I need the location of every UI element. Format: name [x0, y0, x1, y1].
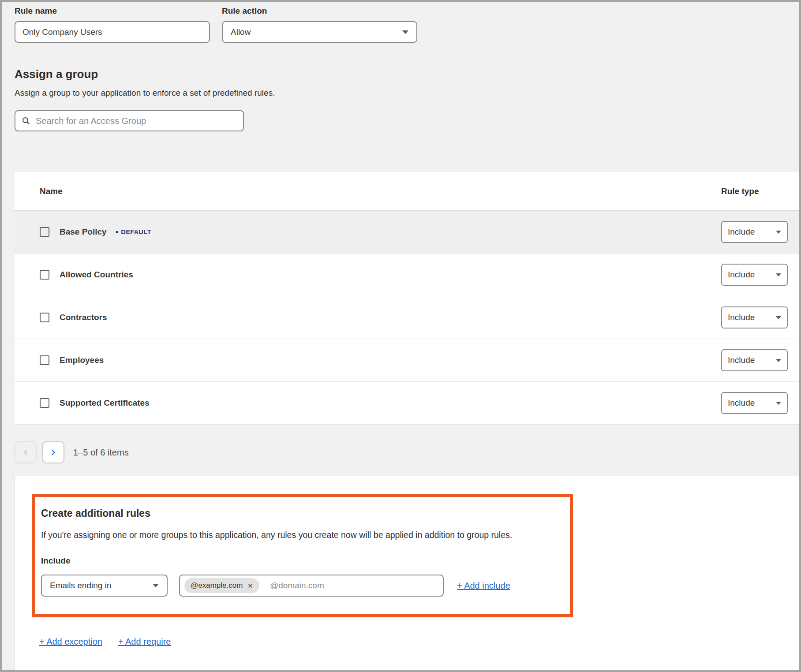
pagination-label: 1–5 of 6 items	[73, 448, 129, 458]
rule-type-cell: Include	[721, 392, 799, 414]
email-domains-input[interactable]: @example.com ✕ @domain.com	[179, 575, 444, 597]
chevron-down-icon	[776, 316, 781, 319]
row-name-cell: Allowed Countries	[15, 270, 721, 280]
rule-type-value: Include	[728, 398, 755, 408]
rule-action-value: Allow	[231, 27, 251, 37]
rule-name-input[interactable]	[15, 21, 210, 43]
group-name: Employees	[60, 355, 104, 365]
previous-page-button[interactable]	[15, 441, 37, 463]
rule-action-label: Rule action	[222, 6, 417, 16]
create-additional-rules-heading: Create additional rules	[41, 508, 557, 519]
table-row: Employees Include	[15, 339, 799, 382]
rule-links-row: + Add exception + Add require	[39, 637, 799, 647]
rule-type-dropdown[interactable]: Include	[721, 221, 788, 243]
rule-name-field: Rule name	[15, 6, 210, 43]
assign-group-heading: Assign a group	[15, 67, 799, 81]
additional-rules-card: Create additional rules If you're assign…	[15, 476, 799, 670]
default-badge-label: DEFAULT	[121, 228, 151, 235]
create-additional-rules-description: If you're assigning one or more groups t…	[41, 530, 557, 540]
rule-type-cell: Include	[721, 264, 799, 286]
condition-value: Emails ending in	[50, 581, 111, 590]
include-label: Include	[41, 556, 557, 566]
row-name-cell: Supported Certificates	[15, 398, 721, 408]
row-checkbox[interactable]	[40, 227, 49, 237]
rule-type-value: Include	[728, 313, 755, 322]
group-table: Name Rule type Base Policy DEFAULT Inclu…	[15, 172, 799, 425]
search-icon	[22, 116, 30, 125]
group-name: Base Policy	[60, 227, 107, 237]
column-header-name: Name	[15, 187, 721, 196]
group-table-body: Base Policy DEFAULT Include Allowed Coun…	[15, 211, 799, 425]
add-include-link[interactable]: + Add include	[457, 581, 510, 591]
condition-dropdown[interactable]: Emails ending in	[41, 575, 168, 597]
email-chip-value: @example.com	[191, 581, 243, 590]
row-checkbox[interactable]	[40, 355, 49, 365]
rule-type-dropdown[interactable]: Include	[721, 349, 788, 371]
rule-type-dropdown[interactable]: Include	[721, 264, 788, 286]
rule-type-value: Include	[728, 270, 755, 280]
group-name: Supported Certificates	[60, 398, 150, 408]
chevron-down-icon	[776, 231, 781, 234]
rule-form: Rule name Rule action Allow	[15, 6, 799, 43]
rule-type-dropdown[interactable]: Include	[721, 306, 788, 329]
rule-type-value: Include	[728, 227, 755, 237]
email-input-placeholder: @domain.com	[270, 581, 324, 590]
pagination: 1–5 of 6 items	[15, 441, 799, 463]
chevron-down-icon	[402, 30, 408, 34]
add-exception-link[interactable]: + Add exception	[39, 637, 102, 647]
row-checkbox[interactable]	[40, 270, 49, 280]
table-row: Contractors Include	[15, 296, 799, 339]
chevron-down-icon	[153, 584, 159, 587]
rule-type-dropdown[interactable]: Include	[721, 392, 788, 414]
row-name-cell: Employees	[15, 355, 721, 365]
rule-type-cell: Include	[721, 349, 799, 371]
group-name: Contractors	[60, 313, 107, 322]
row-name-cell: Base Policy DEFAULT	[15, 227, 721, 237]
include-rule-controls: Emails ending in @example.com ✕ @domain.…	[41, 575, 557, 597]
page: Rule name Rule action Allow Assign a gro…	[2, 2, 799, 670]
table-row: Base Policy DEFAULT Include	[15, 211, 799, 254]
rule-action-dropdown[interactable]: Allow	[222, 21, 417, 43]
next-page-button[interactable]	[42, 441, 64, 463]
default-badge: DEFAULT	[116, 227, 151, 237]
row-name-cell: Contractors	[15, 313, 721, 322]
column-header-rule-type: Rule type	[721, 187, 799, 196]
chevron-down-icon	[776, 359, 781, 362]
rule-type-cell: Include	[721, 306, 799, 329]
row-checkbox[interactable]	[40, 398, 49, 408]
group-name: Allowed Countries	[60, 270, 133, 280]
create-additional-rules-highlight: Create additional rules If you're assign…	[32, 494, 573, 617]
table-row: Allowed Countries Include	[15, 254, 799, 296]
add-require-link[interactable]: + Add require	[118, 637, 171, 647]
default-badge-dot-icon	[116, 227, 119, 237]
search-input[interactable]	[36, 116, 237, 126]
table-row: Supported Certificates Include	[15, 382, 799, 425]
rule-type-cell: Include	[721, 221, 799, 243]
table-header: Name Rule type	[15, 172, 799, 211]
row-checkbox[interactable]	[40, 313, 49, 322]
chevron-left-icon	[22, 449, 29, 456]
rule-type-value: Include	[728, 355, 755, 365]
assign-group-description: Assign a group to your application to en…	[15, 88, 799, 98]
chevron-right-icon	[50, 449, 56, 456]
rule-action-field: Rule action Allow	[222, 6, 417, 43]
chevron-down-icon	[776, 402, 781, 405]
chevron-down-icon	[776, 273, 781, 276]
email-chip: @example.com ✕	[184, 578, 259, 593]
remove-chip-icon[interactable]: ✕	[247, 582, 253, 589]
rule-name-label: Rule name	[15, 6, 210, 16]
access-group-search[interactable]	[15, 110, 244, 131]
